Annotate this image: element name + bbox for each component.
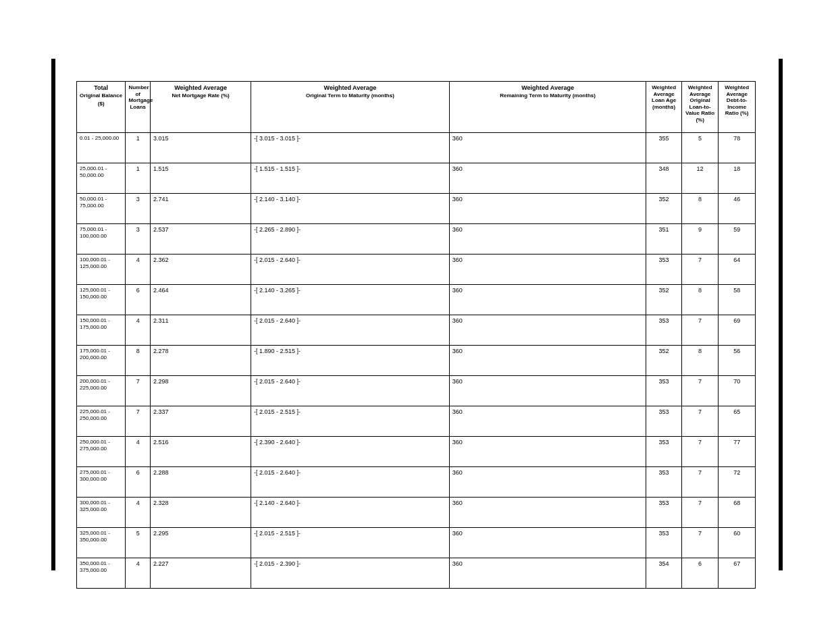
col2-sub: Net Mortgage Rate (%) bbox=[172, 92, 229, 99]
cell: 2.362 bbox=[151, 254, 251, 285]
cell: 7 bbox=[681, 315, 719, 346]
cell: 6 bbox=[126, 467, 151, 498]
table-row: 200,000.01 - 225,000.0072.298-[ 2.015 - … bbox=[77, 376, 756, 406]
cell: -[ 2.015 - 2.640 ]- bbox=[251, 254, 450, 285]
cell: 25,000.01 - 50,000.00 bbox=[77, 163, 126, 194]
cell: 353 bbox=[646, 315, 681, 346]
range-value: 2.015 - 2.640 bbox=[259, 469, 295, 476]
cell: 353 bbox=[646, 528, 681, 558]
right-margin-bar bbox=[779, 59, 783, 570]
cell: 360 bbox=[449, 194, 646, 224]
cell: -[ 2.265 - 2.890 ]- bbox=[251, 224, 450, 254]
table-row: 300,000.01 - 325,000.0042.328-[ 2.140 - … bbox=[77, 498, 756, 528]
cell: 353 bbox=[646, 467, 681, 498]
cell: 7 bbox=[681, 376, 719, 406]
bracket-close-icon: ]- bbox=[297, 439, 301, 446]
range-value: 1.515 - 1.515 bbox=[259, 165, 295, 172]
cell: 3 bbox=[126, 194, 151, 224]
cell: 325,000.01 - 350,000.00 bbox=[77, 528, 126, 558]
cell: 350,000.01 - 375,000.00 bbox=[77, 558, 126, 589]
table-row: 225,000.01 - 250,000.0072.337-[ 2.015 - … bbox=[77, 406, 756, 437]
range-value: 2.015 - 2.390 bbox=[259, 560, 295, 567]
cell: 250,000.01 - 275,000.00 bbox=[77, 437, 126, 467]
cell: 67 bbox=[719, 558, 756, 589]
cell: 75,000.01 - 100,000.00 bbox=[77, 224, 126, 254]
table-row: 150,000.01 - 175,000.0042.311-[ 2.015 - … bbox=[77, 315, 756, 346]
bracket-open-icon: -[ bbox=[254, 348, 258, 354]
cell: 2.516 bbox=[151, 437, 251, 467]
cell: 150,000.01 - 175,000.00 bbox=[77, 315, 126, 346]
bracket-open-icon: -[ bbox=[254, 257, 258, 263]
bracket-open-icon: -[ bbox=[254, 226, 258, 233]
cell: 4 bbox=[126, 315, 151, 346]
range-value: 1.890 - 2.515 bbox=[259, 348, 295, 354]
range-value: 2.015 - 2.640 bbox=[259, 317, 295, 324]
cell: 60 bbox=[719, 528, 756, 558]
col3-sub: Original Term to Maturity (months) bbox=[306, 92, 394, 99]
cell: 353 bbox=[646, 437, 681, 467]
cell: 4 bbox=[126, 498, 151, 528]
bracket-close-icon: ]- bbox=[297, 257, 301, 263]
cell: 354 bbox=[646, 558, 681, 589]
bracket-open-icon: -[ bbox=[254, 165, 258, 172]
cell: 225,000.01 - 250,000.00 bbox=[77, 406, 126, 437]
table-row: 275,000.01 - 300,000.0062.288-[ 2.015 - … bbox=[77, 467, 756, 498]
cell: 5 bbox=[681, 133, 719, 163]
table-row: 325,000.01 - 350,000.0052.295-[ 2.015 - … bbox=[77, 528, 756, 558]
cell: 56 bbox=[719, 346, 756, 376]
cell: -[ 2.140 - 2.640 ]- bbox=[251, 498, 450, 528]
cell: 360 bbox=[449, 254, 646, 285]
table-row: 50,000.01 - 75,000.0032.741-[ 2.140 - 3.… bbox=[77, 194, 756, 224]
cell: 8 bbox=[681, 346, 719, 376]
table-row: 125,000.01 - 150,000.0062.464-[ 2.140 - … bbox=[77, 285, 756, 315]
cell: 2.278 bbox=[151, 346, 251, 376]
bracket-close-icon: ]- bbox=[297, 530, 301, 537]
cell: 58 bbox=[719, 285, 756, 315]
bracket-close-icon: ]- bbox=[297, 469, 301, 476]
cell: 59 bbox=[719, 224, 756, 254]
cell: 4 bbox=[126, 558, 151, 589]
cell: 275,000.01 - 300,000.00 bbox=[77, 467, 126, 498]
cell: 353 bbox=[646, 254, 681, 285]
cell: 9 bbox=[681, 224, 719, 254]
cell: 353 bbox=[646, 498, 681, 528]
cell: 2.227 bbox=[151, 558, 251, 589]
bracket-close-icon: ]- bbox=[297, 196, 301, 203]
bracket-open-icon: -[ bbox=[254, 408, 258, 415]
cell: 68 bbox=[719, 498, 756, 528]
col6-name: Weighted Average bbox=[685, 84, 716, 97]
range-value: 2.015 - 2.640 bbox=[259, 378, 295, 385]
cell: 355 bbox=[646, 133, 681, 163]
col5-sub: Loan Age (months) bbox=[652, 97, 676, 110]
cell: 360 bbox=[449, 163, 646, 194]
cell: 78 bbox=[719, 133, 756, 163]
cell: 352 bbox=[646, 346, 681, 376]
cell: 7 bbox=[681, 528, 719, 558]
cell: 2.337 bbox=[151, 406, 251, 437]
cell: 69 bbox=[719, 315, 756, 346]
cell: 4 bbox=[126, 254, 151, 285]
cell: 2.311 bbox=[151, 315, 251, 346]
bracket-close-icon: ]- bbox=[297, 378, 301, 385]
range-value: 2.390 - 2.640 bbox=[259, 439, 295, 446]
cell: -[ 2.015 - 2.515 ]- bbox=[251, 528, 450, 558]
cell: 4 bbox=[126, 437, 151, 467]
cell: 7 bbox=[126, 406, 151, 437]
cell: -[ 2.015 - 2.640 ]- bbox=[251, 376, 450, 406]
cell: 7 bbox=[681, 467, 719, 498]
cell: 2.295 bbox=[151, 528, 251, 558]
cell: 360 bbox=[449, 437, 646, 467]
col-header-5: Weighted AverageLoan Age (months) bbox=[646, 82, 681, 133]
bracket-close-icon: ]- bbox=[297, 165, 301, 172]
cell: -[ 3.015 - 3.015 ]- bbox=[251, 133, 450, 163]
col0-sub: Original Balance ($) bbox=[80, 92, 122, 106]
range-value: 2.015 - 2.515 bbox=[259, 530, 295, 537]
table-row: 175,000.01 - 200,000.0082.278-[ 1.890 - … bbox=[77, 346, 756, 376]
cell: 2.328 bbox=[151, 498, 251, 528]
table-body: 0.01 - 25,000.0013.015-[ 3.015 - 3.015 ]… bbox=[77, 133, 756, 589]
cell: 77 bbox=[719, 437, 756, 467]
cell: 100,000.01 - 125,000.00 bbox=[77, 254, 126, 285]
col-header-1: Number of Mortgage Loans bbox=[126, 82, 151, 133]
cell: 360 bbox=[449, 498, 646, 528]
col5-name: Weighted Average bbox=[649, 84, 678, 97]
